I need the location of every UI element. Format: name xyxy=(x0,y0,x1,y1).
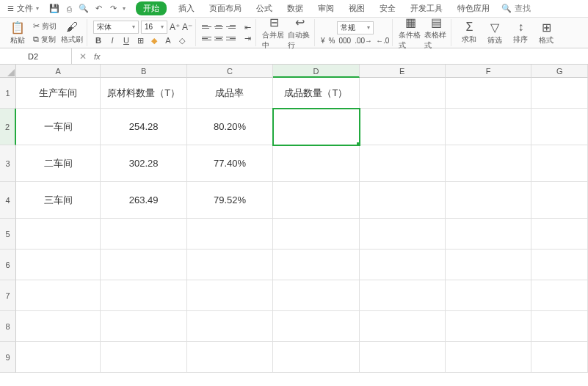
align-top-right-icon[interactable] xyxy=(225,22,236,32)
save-icon[interactable]: 💾 xyxy=(49,4,59,14)
cell-B9[interactable] xyxy=(101,342,186,373)
cell-D6[interactable] xyxy=(273,250,359,280)
sort-button[interactable]: ↕排序 xyxy=(509,21,532,45)
cell-E7[interactable] xyxy=(360,280,446,311)
cell-D8[interactable] xyxy=(273,311,359,342)
dec-decimal-icon[interactable]: ←.0 xyxy=(376,37,389,45)
col-header-A[interactable]: A xyxy=(16,65,101,78)
inc-decimal-icon[interactable]: .00→ xyxy=(355,37,372,45)
comma-icon[interactable]: 000 xyxy=(339,37,352,45)
chevron-down-icon[interactable]: ▾ xyxy=(123,5,126,12)
cell-F6[interactable] xyxy=(446,250,531,280)
row-header-2[interactable]: 2 xyxy=(0,109,16,145)
tab-review[interactable]: 审阅 xyxy=(315,1,337,15)
tab-special[interactable]: 特色应用 xyxy=(454,1,493,15)
cell-G6[interactable] xyxy=(531,250,588,280)
cell-E3[interactable] xyxy=(360,145,446,182)
tab-view[interactable]: 视图 xyxy=(346,1,368,15)
cell-D3[interactable] xyxy=(273,145,359,182)
cell-E9[interactable] xyxy=(360,342,446,373)
bold-button[interactable]: B xyxy=(93,36,104,45)
cut-button[interactable]: ✂剪切 xyxy=(32,21,58,32)
row-header-7[interactable]: 7 xyxy=(0,280,16,311)
merge-center-button[interactable]: ⊟合并居中 xyxy=(262,15,286,51)
cell-G7[interactable] xyxy=(531,280,588,311)
row-header-4[interactable]: 4 xyxy=(0,182,16,219)
tab-dev[interactable]: 开发工具 xyxy=(407,1,446,15)
cell-B6[interactable] xyxy=(101,250,186,280)
font-name-select[interactable]: 宋体▾ xyxy=(93,21,139,34)
cell-C5[interactable] xyxy=(187,219,273,250)
cell-B8[interactable] xyxy=(101,311,186,342)
tab-start[interactable]: 开始 xyxy=(136,1,167,15)
cell-A1[interactable]: 生产车间 xyxy=(16,78,101,109)
row-header-5[interactable]: 5 xyxy=(0,219,16,250)
align-top-left-icon[interactable] xyxy=(202,22,212,32)
align-top-center-icon[interactable] xyxy=(214,22,224,32)
cell-C7[interactable] xyxy=(187,280,273,311)
copy-button[interactable]: ⧉复制 xyxy=(32,34,58,45)
undo-icon[interactable]: ↶ xyxy=(93,4,104,14)
cell-D1[interactable]: 成品数量（T） xyxy=(273,78,359,109)
increase-font-icon[interactable]: A⁺ xyxy=(170,22,180,32)
tab-security[interactable]: 安全 xyxy=(377,1,399,15)
redo-icon[interactable]: ↷ xyxy=(108,4,118,14)
cell-D2[interactable] xyxy=(273,109,359,145)
cell-E6[interactable] xyxy=(360,250,446,280)
cell-D4[interactable] xyxy=(273,182,359,219)
cell-E5[interactable] xyxy=(360,219,446,250)
decrease-font-icon[interactable]: A⁻ xyxy=(182,22,192,32)
cell-A8[interactable] xyxy=(16,311,101,342)
cell-B2[interactable]: 254.28 xyxy=(101,109,186,145)
cell-B4[interactable]: 263.49 xyxy=(101,182,186,219)
row-header-8[interactable]: 8 xyxy=(0,311,16,342)
border-button[interactable]: ⊞ xyxy=(135,36,145,45)
cell-G4[interactable] xyxy=(531,182,588,219)
cell-C6[interactable] xyxy=(187,250,273,280)
cell-G5[interactable] xyxy=(531,219,588,250)
cell-A3[interactable]: 二车间 xyxy=(16,145,101,182)
col-header-D[interactable]: D xyxy=(273,65,359,78)
cell-F3[interactable] xyxy=(446,145,531,182)
cell-E2[interactable] xyxy=(360,109,446,145)
row-header-6[interactable]: 6 xyxy=(0,250,16,280)
col-header-G[interactable]: G xyxy=(531,65,588,78)
cell-C4[interactable]: 79.52% xyxy=(187,182,273,219)
print-icon[interactable]: ⎙ xyxy=(64,4,74,14)
cell-F2[interactable] xyxy=(446,109,531,145)
tab-page-layout[interactable]: 页面布局 xyxy=(206,1,244,15)
font-size-select[interactable]: 16▾ xyxy=(141,21,167,34)
filter-button[interactable]: ▽筛选 xyxy=(483,21,507,45)
cell-B5[interactable] xyxy=(101,219,186,250)
cell-A4[interactable]: 三车间 xyxy=(16,182,101,219)
row-header-9[interactable]: 9 xyxy=(0,342,16,373)
cell-F8[interactable] xyxy=(446,311,531,342)
cell-C9[interactable] xyxy=(187,342,273,373)
cell-C3[interactable]: 77.40% xyxy=(187,145,273,182)
indent-decrease-icon[interactable]: ⇤ xyxy=(242,23,253,32)
cell-G2[interactable] xyxy=(531,109,588,145)
currency-icon[interactable]: ¥ xyxy=(321,37,325,45)
name-box[interactable]: D2 xyxy=(0,48,72,64)
cell-C2[interactable]: 80.20% xyxy=(187,109,273,145)
tab-insert[interactable]: 插入 xyxy=(175,1,197,15)
number-format-select[interactable]: 常规▾ xyxy=(337,21,374,34)
cell-A6[interactable] xyxy=(16,250,101,280)
col-header-C[interactable]: C xyxy=(187,65,273,78)
cell-G9[interactable] xyxy=(531,342,588,373)
formula-input[interactable] xyxy=(108,48,588,64)
tab-formula[interactable]: 公式 xyxy=(253,1,275,15)
wrap-text-button[interactable]: ↩自动换行 xyxy=(288,15,311,51)
cell-F1[interactable] xyxy=(446,78,531,109)
search-box[interactable]: 🔍 查找 xyxy=(501,3,531,14)
cell-A2[interactable]: 一车间 xyxy=(16,109,101,145)
align-left-icon[interactable] xyxy=(202,34,212,44)
percent-icon[interactable]: % xyxy=(329,37,335,45)
cell-G1[interactable] xyxy=(531,78,588,109)
align-center-icon[interactable] xyxy=(214,34,224,44)
col-header-F[interactable]: F xyxy=(446,65,531,78)
print-preview-icon[interactable]: 🔍 xyxy=(79,4,89,14)
cond-format-button[interactable]: ▦条件格式 xyxy=(399,15,422,51)
cell-B1[interactable]: 原材料数量（T） xyxy=(101,78,186,109)
fill-color-button[interactable]: ◆ xyxy=(149,36,159,45)
